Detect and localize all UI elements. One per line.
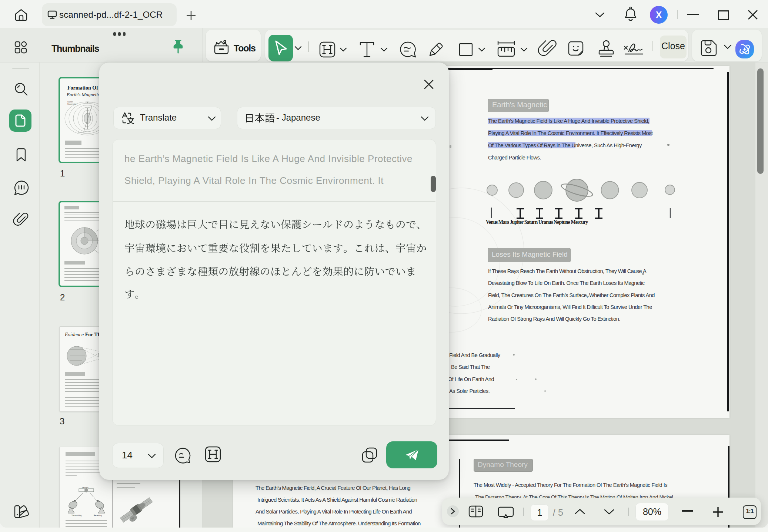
svg-text:Transmitting: Transmitting [71, 514, 82, 516]
svg-text:Receiving: Receiving [94, 514, 102, 516]
svg-text:Satellite: Satellite [82, 486, 89, 489]
